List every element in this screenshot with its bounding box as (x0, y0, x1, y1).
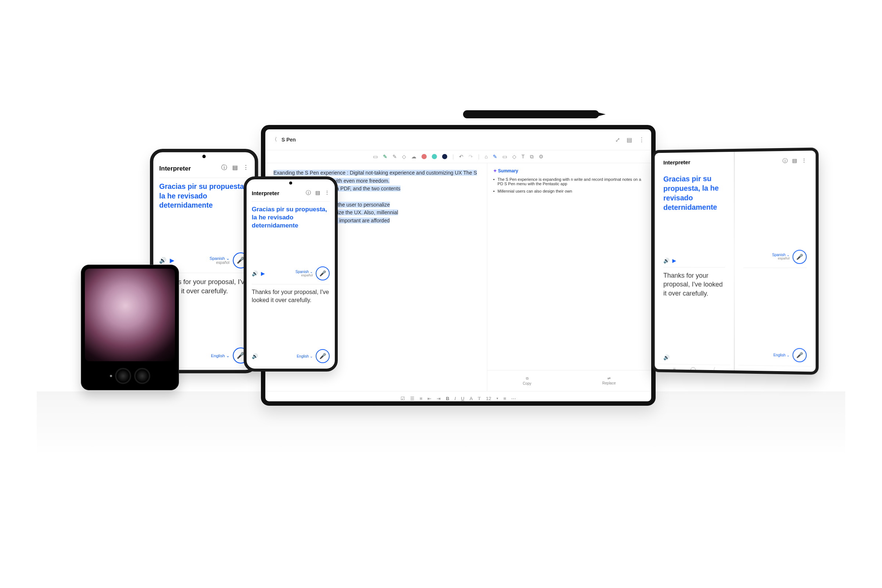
copy-button[interactable]: ⧉Copy (523, 376, 531, 386)
speaker-icon[interactable]: 🔊 (252, 270, 258, 276)
summary-panel: Summary The S Pen experience is expandin… (487, 163, 651, 391)
color-navy[interactable] (442, 154, 447, 159)
play-icon[interactable]: ▶ (170, 257, 175, 264)
underline-button[interactable]: U (461, 396, 464, 401)
speaker-icon[interactable]: 🔊 (159, 257, 166, 264)
back-icon[interactable]: 〈 (272, 136, 277, 143)
back-icon[interactable]: 〈 (234, 370, 240, 373)
camera-lens (115, 368, 131, 384)
replace-icon: ⇄ (608, 376, 610, 380)
tool-link-icon[interactable]: ⧉ (530, 154, 534, 160)
info-icon[interactable]: ⓘ (782, 158, 788, 164)
recents-icon[interactable]: ≡ (259, 369, 262, 372)
src-lang-label[interactable]: Spanish ⌄español (296, 270, 313, 278)
italic-button[interactable]: I (454, 396, 456, 401)
android-navbar: ≡◯〈 (658, 364, 730, 375)
speaker-icon[interactable]: 🔊 (663, 258, 670, 264)
info-icon[interactable]: ⓘ (221, 164, 227, 172)
app-title: Interpreter (159, 164, 191, 172)
source-text: Gracias pir su propuesta, la he revisado… (252, 206, 330, 230)
camera-lens (134, 368, 150, 384)
undo-icon[interactable]: ↶ (459, 154, 464, 159)
tool-cloud-icon[interactable]: ☁ (411, 154, 416, 159)
color-red[interactable] (422, 154, 427, 159)
source-text: Gracias pir su propuesta, la he revisado… (159, 182, 249, 210)
home-icon[interactable]: ◯ (286, 369, 292, 372)
more-format-icon[interactable]: ⋯ (511, 396, 516, 401)
play-icon[interactable]: ▶ (672, 258, 676, 264)
src-lang-label[interactable]: Spanish ⌄español (772, 253, 789, 261)
more-icon[interactable]: ⋮ (243, 164, 249, 172)
tool-highlighter-icon[interactable]: ✎ (393, 154, 397, 159)
dst-lang-label[interactable]: English ⌄ (211, 353, 230, 358)
tool-select-icon[interactable]: ▭ (373, 154, 378, 159)
page-icon[interactable]: ▤ (627, 136, 632, 143)
outdent-icon[interactable]: ⇥ (436, 396, 441, 401)
indent-icon[interactable]: ⇤ (428, 396, 432, 401)
tool-layers-icon[interactable]: ▭ (502, 154, 507, 159)
fold-phone: Interpreter Gracias pir su propuesta, la… (651, 149, 812, 368)
history-icon[interactable]: ▤ (232, 164, 238, 172)
tool-eraser-icon[interactable]: ◇ (402, 154, 406, 159)
mic-button[interactable]: 🎤 (316, 266, 330, 280)
tool-settings-icon[interactable]: ⚙ (539, 154, 543, 159)
home-icon[interactable]: ◯ (690, 366, 696, 372)
info-icon[interactable]: ⓘ (306, 190, 311, 196)
more-icon[interactable]: ⋮ (801, 157, 807, 164)
checklist-icon[interactable]: ☑ (400, 396, 405, 401)
mic-button[interactable]: 🎤 (316, 349, 330, 363)
dst-lang-label[interactable]: English ⌄ (297, 354, 313, 358)
front-camera (202, 155, 206, 158)
font-button[interactable]: T (478, 395, 481, 401)
fontsize-value[interactable]: 12 (486, 396, 491, 401)
color-teal[interactable] (432, 154, 437, 159)
redo-icon[interactable]: ↷ (469, 154, 473, 159)
tool-pen-icon[interactable]: ✎ (383, 154, 387, 159)
align-icon[interactable]: ≡ (504, 396, 506, 401)
speaker-icon[interactable]: 🔊 (252, 353, 258, 359)
flip-phone-closed (81, 265, 179, 390)
s-pen-stylus (463, 110, 599, 118)
number-list-icon[interactable]: ≡ (420, 396, 423, 401)
tool-home-icon[interactable]: ⌂ (485, 154, 488, 159)
android-navbar: ≡◯〈 (247, 367, 335, 372)
mic-button[interactable]: 🎤 (793, 249, 807, 264)
flash-led (110, 375, 112, 377)
dst-lang-label[interactable]: English ⌄ (773, 353, 789, 357)
back-icon[interactable]: 〈 (317, 369, 322, 372)
tool-text-icon[interactable]: T (522, 154, 525, 159)
phone-small: Interpreter ⓘ▤⋮ Gracias pir su propuesta… (244, 176, 338, 372)
play-icon[interactable]: ▶ (261, 270, 265, 276)
speaker-icon[interactable]: 🔊 (663, 354, 670, 360)
bullet-list-icon[interactable]: ☰ (410, 396, 414, 401)
replace-button[interactable]: ⇄Replace (602, 376, 616, 385)
mic-button[interactable]: 🎤 (793, 348, 807, 362)
bold-button[interactable]: B (446, 396, 449, 401)
target-text: Thanks for your proposal, I've looked it… (252, 288, 330, 304)
history-icon[interactable]: ▤ (792, 158, 797, 164)
tablet-titlebar: 〈 S Pen ⤢ ▤ ⋮ (266, 129, 651, 150)
back-icon[interactable]: 〈 (710, 366, 716, 373)
textcolor-button[interactable]: A (470, 396, 473, 401)
summary-heading: Summary (493, 168, 645, 174)
home-icon[interactable]: ◯ (200, 370, 206, 374)
more-icon[interactable]: ⋮ (639, 136, 645, 143)
source-text: Gracias pir su propuesta, la he revisado… (663, 174, 725, 212)
cover-screen[interactable] (85, 268, 175, 361)
app-title: Interpreter (663, 159, 690, 166)
expand-icon[interactable]: ⤢ (615, 136, 620, 143)
more-icon[interactable]: ⋮ (324, 190, 330, 196)
tool-shapes-icon[interactable]: ◇ (512, 154, 516, 159)
tool-lasso-icon[interactable]: ✎ (493, 154, 497, 159)
tablet-title: S Pen (282, 137, 296, 142)
format-toolbar: ☑ ☰ ≡ ⇤ ⇥ B I U A T 12▾ ≡ ⋯ (266, 391, 651, 405)
src-lang-label[interactable]: Spanish ⌄español (210, 256, 230, 265)
copy-icon: ⧉ (526, 376, 528, 381)
tablet-toolbar: ▭ ✎ ✎ ◇ ☁ | ↶ ↷ | ⌂ ✎ ▭ ◇ T ⧉ ⚙ (266, 150, 651, 163)
history-icon[interactable]: ▤ (315, 190, 320, 196)
front-camera (289, 182, 292, 184)
android-navbar: . (738, 365, 812, 375)
summary-bullet: Millennial users can also design their o… (493, 189, 645, 193)
target-text: Thanks for your proposal, I've looked it… (663, 271, 725, 298)
recents-icon[interactable]: ≡ (673, 366, 676, 372)
